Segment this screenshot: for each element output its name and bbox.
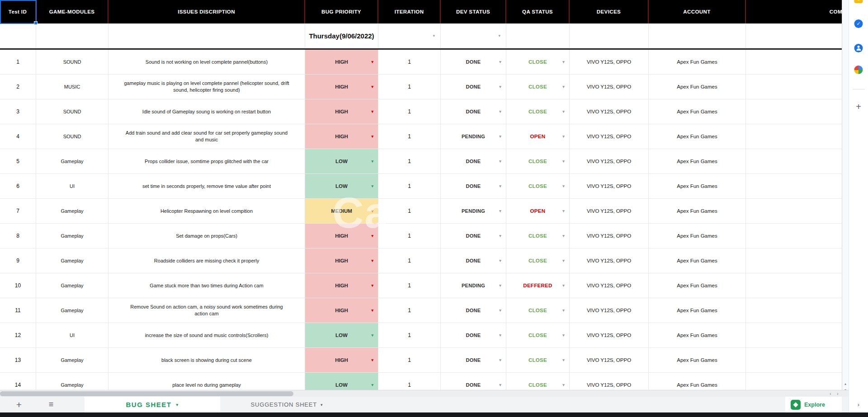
cell-devices[interactable]: VIVO Y12S, OPPO	[570, 199, 649, 224]
add-addon-icon[interactable]: +	[856, 102, 861, 112]
priority-dropdown-icon[interactable]: ▾	[371, 333, 373, 337]
cell-qa-status[interactable]: CLOSE ▾	[506, 248, 570, 273]
explore-button[interactable]: Explore	[785, 397, 842, 412]
cell-comments[interactable]	[746, 373, 842, 390]
qa-status-dropdown-icon[interactable]: ▾	[562, 383, 565, 387]
dev-status-dropdown-icon[interactable]: ▾	[499, 209, 501, 213]
qa-status-dropdown-icon[interactable]: ▾	[562, 159, 565, 164]
dev-status-dropdown-icon[interactable]: ▾	[499, 184, 501, 188]
cell-dev-status[interactable]: DONE ▾	[441, 149, 506, 174]
cell-iteration[interactable]: 1	[378, 298, 441, 323]
dev-status-dropdown-icon[interactable]: ▾	[499, 333, 501, 337]
qa-status-dropdown-icon[interactable]: ▾	[562, 283, 565, 288]
cell-game-module[interactable]: Gameplay	[36, 199, 108, 224]
qa-status-dropdown-icon[interactable]: ▾	[562, 84, 565, 89]
dev-status-dropdown-icon[interactable]: ▾	[499, 383, 501, 387]
dev-status-dropdown-icon[interactable]: ▾	[499, 283, 501, 288]
cell-comments[interactable]	[746, 149, 842, 174]
cell-devices[interactable]: VIVO Y12S, OPPO	[570, 174, 649, 199]
column-header-devices[interactable]: DEVICES	[570, 0, 649, 23]
cell-bug-priority[interactable]: HIGH ▾	[305, 75, 378, 99]
column-header-dev-status[interactable]: DEV STATUS	[441, 0, 506, 23]
cell-devices[interactable]: VIVO Y12S, OPPO	[570, 224, 649, 248]
cell-devices[interactable]: VIVO Y12S, OPPO	[570, 373, 649, 390]
column-header-issues-description[interactable]: ISSUES DISCRIPTION	[108, 0, 305, 23]
cell-dev-status[interactable]: DONE ▾	[441, 373, 506, 390]
cell-test-id[interactable]: 12	[0, 323, 36, 348]
cell-devices[interactable]: VIVO Y12S, OPPO	[570, 124, 649, 149]
cell-test-id[interactable]: 1	[0, 50, 36, 75]
collapse-panel-chevron-icon[interactable]: ›	[858, 401, 859, 408]
column-header-account[interactable]: ACCOUNT	[649, 0, 746, 23]
tab-dropdown-icon[interactable]: ▾	[176, 403, 179, 407]
tab-dropdown-icon[interactable]: ▾	[321, 403, 323, 407]
cell-comments[interactable]	[746, 298, 842, 323]
cell-qa-status[interactable]: CLOSE ▾	[506, 174, 570, 199]
cell-devices[interactable]: VIVO Y12S, OPPO	[570, 149, 649, 174]
cell-devices[interactable]: VIVO Y12S, OPPO	[570, 248, 649, 273]
column-header-bug-priority[interactable]: BUG PRIORITY	[305, 0, 378, 23]
cell-game-module[interactable]: MUSIC	[36, 75, 108, 99]
dev-status-dropdown-icon[interactable]: ▾	[499, 84, 501, 89]
cell-account[interactable]: Apex Fun Games	[649, 124, 746, 149]
vertical-scrollbar[interactable]: ▴ ▾	[842, 0, 849, 390]
cell-account[interactable]: Apex Fun Games	[649, 99, 746, 124]
dropdown-arrow-icon[interactable]: ▾	[433, 33, 435, 38]
column-header-comments[interactable]: COMMENTS	[746, 0, 842, 23]
scroll-left-icon[interactable]: ‹	[830, 390, 831, 397]
dev-status-dropdown-icon[interactable]: ▾	[499, 159, 501, 164]
dev-status-dropdown-icon[interactable]: ▾	[499, 258, 501, 263]
date-cell[interactable]: Thursday(9/06/2022)	[305, 23, 378, 48]
dev-status-dropdown-icon[interactable]: ▾	[499, 109, 501, 114]
cell-game-module[interactable]: Gameplay	[36, 248, 108, 273]
cell-test-id[interactable]: 2	[0, 75, 36, 99]
cell-test-id[interactable]: 13	[0, 348, 36, 373]
dev-status-dropdown-icon[interactable]: ▾	[499, 234, 501, 238]
cell-dev-status[interactable]: DONE ▾	[441, 248, 506, 273]
cell-account[interactable]: Apex Fun Games	[649, 199, 746, 224]
cell-test-id[interactable]: 7	[0, 199, 36, 224]
cell-account[interactable]: Apex Fun Games	[649, 75, 746, 99]
all-sheets-menu-button[interactable]: ≡	[44, 397, 58, 412]
cell-qa-status[interactable]: CLOSE ▾	[506, 149, 570, 174]
qa-status-dropdown-icon[interactable]: ▾	[562, 184, 565, 188]
cell-qa-status[interactable]: CLOSE ▾	[506, 75, 570, 99]
cell-comments[interactable]	[746, 99, 842, 124]
cell-devices[interactable]: VIVO Y12S, OPPO	[570, 273, 649, 298]
date-row-cell[interactable]: ▾	[378, 23, 441, 48]
cell-comments[interactable]	[746, 75, 842, 99]
tasks-icon[interactable]: ✓	[854, 19, 863, 28]
tab-suggestion-sheet[interactable]: SUGGESTION SHEET ▾	[225, 397, 349, 412]
tab-bug-sheet[interactable]: BUG SHEET ▾	[85, 397, 220, 412]
cell-devices[interactable]: VIVO Y12S, OPPO	[570, 348, 649, 373]
cell-qa-status[interactable]: CLOSE ▾	[506, 99, 570, 124]
cell-test-id[interactable]: 9	[0, 248, 36, 273]
dev-status-dropdown-icon[interactable]: ▾	[499, 308, 501, 313]
cell-issue-description[interactable]: set time in seconds properly, remove tim…	[108, 174, 305, 199]
cell-bug-priority[interactable]: LOW ▾	[305, 373, 378, 390]
scroll-right-icon[interactable]: ›	[837, 390, 839, 397]
cell-devices[interactable]: VIVO Y12S, OPPO	[570, 50, 649, 75]
date-row-cell[interactable]	[506, 23, 570, 48]
dropdown-arrow-icon[interactable]: ▾	[498, 33, 500, 38]
date-row-cell[interactable]	[108, 23, 305, 48]
cell-issue-description[interactable]: Sound is not working on level complete p…	[108, 50, 305, 75]
cell-comments[interactable]	[746, 224, 842, 248]
cell-account[interactable]: Apex Fun Games	[649, 149, 746, 174]
cell-qa-status[interactable]: OPEN ▾	[506, 124, 570, 149]
cell-iteration[interactable]: 1	[378, 248, 441, 273]
cell-test-id[interactable]: 5	[0, 149, 36, 174]
cell-test-id[interactable]: 14	[0, 373, 36, 390]
cell-iteration[interactable]: 1	[378, 50, 441, 75]
cell-account[interactable]: Apex Fun Games	[649, 273, 746, 298]
priority-dropdown-icon[interactable]: ▾	[371, 358, 373, 362]
priority-dropdown-icon[interactable]: ▾	[371, 109, 373, 114]
cell-test-id[interactable]: 6	[0, 174, 36, 199]
qa-status-dropdown-icon[interactable]: ▾	[562, 134, 565, 139]
qa-status-dropdown-icon[interactable]: ▾	[562, 109, 565, 114]
cell-comments[interactable]	[746, 323, 842, 348]
cell-issue-description[interactable]: Idle sound of Gameplay soung is working …	[108, 99, 305, 124]
cell-bug-priority[interactable]: LOW ▾	[305, 149, 378, 174]
qa-status-dropdown-icon[interactable]: ▾	[562, 333, 565, 337]
priority-dropdown-icon[interactable]: ▾	[371, 209, 373, 213]
